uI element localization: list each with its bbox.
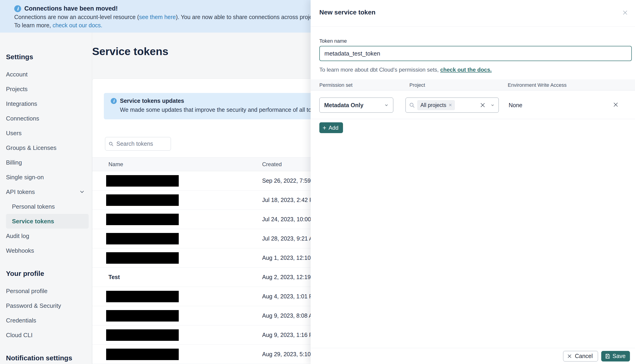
info-icon: i [14, 5, 21, 12]
project-multiselect[interactable]: All projects ✕ [406, 98, 499, 113]
chevron-down-icon [384, 102, 389, 108]
sidebar-item-label: Webhooks [6, 247, 34, 254]
sidebar-item[interactable]: Service tokens [6, 214, 89, 228]
sidebar-item[interactable]: Users [6, 126, 92, 140]
sidebar-item[interactable]: Projects [6, 82, 92, 96]
redacted-name [106, 214, 179, 225]
column-header-permission-set: Permission set [319, 82, 353, 88]
add-permission-button[interactable]: + Add [319, 122, 343, 133]
profile-nav-list: Personal profile Password & Security Cre… [6, 284, 92, 342]
close-icon[interactable]: ✕ [448, 102, 452, 108]
sidebar-item-label: Password & Security [6, 302, 61, 310]
clear-selection-icon[interactable] [480, 102, 486, 108]
banner-learn-more: To learn more, check out our docs. [14, 22, 103, 29]
panel-footer: Cancel Save [310, 348, 635, 364]
check-out-docs-link[interactable]: check out our docs. [53, 22, 103, 28]
redacted-name [106, 233, 179, 244]
token-name-label: Token name [319, 38, 347, 44]
info-icon: i [111, 98, 117, 104]
save-icon [605, 354, 610, 359]
search-tokens-box [105, 137, 171, 150]
sidebar-item[interactable]: Connections [6, 111, 92, 126]
redacted-name [106, 291, 179, 302]
see-them-here-link[interactable]: see them here [139, 14, 176, 20]
cancel-button[interactable]: Cancel [563, 351, 598, 362]
sidebar-item[interactable]: Integrations [6, 96, 92, 111]
search-icon [409, 102, 415, 108]
redacted-name [106, 252, 179, 264]
notice-title: Service tokens updates [120, 98, 184, 104]
sidebar-item-label: Projects [6, 86, 28, 93]
sidebar-item[interactable]: Single sign-on [6, 170, 92, 184]
chevron-down-icon [79, 189, 85, 195]
sidebar-item-label: Service tokens [12, 218, 54, 225]
redacted-name [106, 329, 179, 341]
sidebar-item-label: Account [6, 71, 28, 78]
permission-row: Metadata Only All projects ✕ None [310, 90, 635, 119]
plus-icon: + [323, 124, 326, 131]
sidebar-item[interactable]: Webhooks [6, 243, 92, 258]
search-input[interactable] [117, 140, 167, 147]
permission-set-select[interactable]: Metadata Only [319, 98, 393, 113]
sidebar-item-label: API tokens [6, 188, 35, 196]
sidebar-item-label: Audit log [6, 232, 29, 240]
sidebar-item-label: Cloud CLI [6, 332, 33, 339]
sidebar-section-settings: Settings [6, 53, 92, 61]
banner-title: Connections have been moved! [24, 5, 118, 12]
sidebar-section-your-profile: Your profile [6, 270, 92, 278]
redacted-name [106, 194, 179, 206]
sidebar-item[interactable]: Password & Security [6, 298, 92, 313]
column-header-project: Project [409, 82, 425, 88]
remove-row-icon[interactable] [612, 101, 619, 108]
sidebar-item[interactable]: API tokens [6, 184, 92, 199]
sidebar-item-label: Personal tokens [12, 203, 55, 210]
token-name-input[interactable] [319, 46, 632, 61]
column-header-environment-write-access: Environment Write Access [508, 82, 566, 88]
settings-sidebar: Settings Account Projects [0, 32, 92, 364]
redacted-name [106, 310, 179, 322]
sidebar-item-label: Integrations [6, 100, 37, 108]
new-service-token-panel: New service token Token name To learn mo… [310, 0, 635, 364]
sidebar-item[interactable]: Cloud CLI [6, 328, 92, 342]
sidebar-item[interactable]: Groups & Licenses [6, 140, 92, 155]
sidebar-item[interactable]: Credentials [6, 313, 92, 328]
panel-title: New service token [319, 9, 375, 16]
sidebar-item-label: Users [6, 130, 22, 137]
sidebar-item-label: Connections [6, 115, 39, 122]
chevron-down-icon[interactable] [490, 103, 495, 108]
sidebar-item[interactable]: Audit log [6, 228, 92, 243]
sidebar-item[interactable]: Billing [6, 155, 92, 170]
redacted-name [106, 175, 179, 186]
token-name-cell: Test [92, 274, 120, 280]
permission-set-value: Metadata Only [324, 102, 364, 108]
project-chip-label: All projects [420, 102, 446, 108]
check-out-the-docs-link[interactable]: check out the docs. [440, 66, 492, 73]
save-button[interactable]: Save [601, 351, 630, 362]
column-header-created: Created [262, 161, 282, 168]
sidebar-item-label: Personal profile [6, 288, 48, 295]
sidebar-item[interactable]: Account [6, 67, 92, 82]
search-icon [108, 141, 114, 147]
sidebar-item-label: Billing [6, 159, 22, 166]
close-icon[interactable] [622, 9, 628, 16]
sidebar-item-label: Single sign-on [6, 174, 44, 181]
redacted-name [106, 348, 179, 360]
column-header-name: Name [92, 161, 123, 168]
close-icon [567, 354, 572, 359]
sidebar-section-notification-settings: Notification settings [6, 354, 92, 362]
settings-nav-list: Account Projects Integrations [6, 67, 92, 258]
sidebar-item-label: Credentials [6, 317, 36, 324]
panel-header: New service token [310, 0, 635, 26]
sidebar-item[interactable]: Personal profile [6, 284, 92, 298]
environment-write-access-value: None [509, 102, 522, 108]
sidebar-item[interactable]: Personal tokens [6, 199, 92, 214]
sidebar-item-label: Groups & Licenses [6, 144, 57, 152]
permission-helper-text: To learn more about dbt Cloud's permissi… [319, 66, 492, 73]
permissions-header-row: Permission set Project Environment Write… [310, 80, 635, 90]
project-chip[interactable]: All projects ✕ [417, 100, 455, 110]
